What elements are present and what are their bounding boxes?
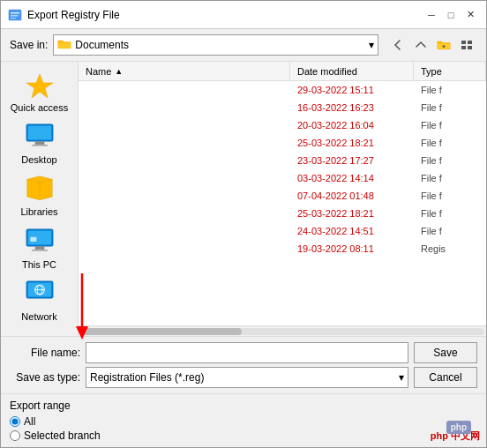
file-date-cell: 25-03-2022 18:21 — [290, 208, 414, 219]
this-pc-label: This PC — [22, 259, 56, 271]
save-as-type-value: Registration Files (*.reg) — [90, 371, 204, 384]
col-header-date[interactable]: Date modified — [290, 62, 414, 80]
file-date-cell: 07-04-2022 01:48 — [290, 190, 414, 201]
svg-rect-13 — [34, 142, 44, 146]
radio-all[interactable] — [10, 416, 20, 427]
dropdown-arrow2-icon: ▾ — [399, 371, 404, 384]
table-row[interactable]: 25-03-2022 18:21 File f — [79, 205, 486, 222]
cancel-button[interactable]: Cancel — [414, 367, 477, 388]
nav-item-this-pc[interactable]: This PC — [4, 222, 75, 274]
close-button[interactable]: ✕ — [461, 6, 479, 24]
radio-selected-row: Selected branch — [10, 429, 477, 442]
table-row[interactable]: 29-03-2022 15:11 File f — [79, 81, 486, 99]
export-range-section: Export range All Selected branch — [1, 393, 486, 447]
file-date-cell: 16-03-2022 16:23 — [290, 102, 414, 113]
svg-rect-12 — [27, 126, 51, 140]
dialog-title: Export Registry File — [27, 9, 120, 21]
folder-icon — [57, 38, 71, 53]
back-button[interactable] — [387, 34, 408, 56]
table-row[interactable]: 07-04-2022 01:48 File f — [79, 187, 486, 205]
main-area: Quick access Desktop — [1, 62, 486, 336]
file-type-cell: File f — [414, 120, 486, 131]
save-in-label: Save in: — [10, 39, 48, 51]
svg-rect-19 — [30, 236, 36, 241]
file-type-cell: File f — [414, 138, 486, 148]
svg-rect-17 — [34, 246, 44, 250]
file-date-cell: 19-03-2022 08:11 — [290, 243, 414, 254]
file-date-cell: 03-03-2022 14:14 — [290, 173, 414, 183]
view-button[interactable] — [456, 34, 477, 56]
svg-rect-8 — [461, 46, 466, 49]
table-row[interactable]: 25-03-2022 18:21 File f — [79, 134, 486, 152]
up-button[interactable] — [410, 34, 431, 56]
save-as-type-label: Save as type: — [10, 371, 80, 384]
svg-rect-9 — [468, 46, 472, 49]
network-label: Network — [21, 311, 56, 323]
svg-marker-10 — [26, 74, 53, 98]
file-type-cell: File f — [414, 102, 486, 113]
file-type-cell: File f — [414, 155, 486, 166]
table-row[interactable]: 03-03-2022 14:14 File f — [79, 169, 486, 187]
libraries-icon — [22, 173, 57, 205]
bottom-area: File name: Save Save as type: Registrati… — [1, 336, 486, 393]
sort-arrow-icon: ▲ — [115, 67, 123, 76]
horizontal-scrollbar[interactable] — [79, 325, 486, 336]
dropdown-arrow-icon: ▾ — [369, 39, 374, 51]
save-in-bar: Save in: Documents ▾ — [1, 29, 486, 62]
nav-item-quick-access[interactable]: Quick access — [4, 65, 75, 117]
maximize-button[interactable]: □ — [442, 6, 460, 24]
col-header-type[interactable]: Type — [414, 62, 486, 80]
file-type-cell: File f — [414, 190, 486, 201]
table-row[interactable]: 24-03-2022 14:51 File f — [79, 222, 486, 240]
file-name-row: File name: Save — [10, 342, 477, 363]
file-name-label: File name: — [10, 347, 80, 359]
table-row[interactable]: 20-03-2022 16:04 File f — [79, 116, 486, 134]
dialog-icon — [8, 8, 22, 22]
right-file-panel: Name ▲ Date modified Type 29-03-2022 15:… — [79, 62, 486, 336]
file-date-cell: 25-03-2022 18:21 — [290, 138, 414, 148]
title-bar: Export Registry File ─ □ ✕ — [1, 1, 486, 29]
quick-access-label: Quick access — [11, 102, 68, 114]
desktop-icon — [22, 121, 57, 153]
table-row[interactable]: 19-03-2022 08:11 Regis — [79, 240, 486, 258]
radio-all-row: All — [10, 415, 477, 428]
save-as-type-row: Save as type: Registration Files (*.reg)… — [10, 367, 477, 388]
desktop-label: Desktop — [21, 154, 56, 166]
watermark-area: php php 中文网 — [431, 429, 480, 443]
radio-selected[interactable] — [10, 430, 20, 441]
file-type-cell: File f — [414, 208, 486, 219]
file-type-cell: Regis — [414, 243, 486, 254]
save-in-value: Documents — [75, 39, 129, 51]
svg-rect-18 — [32, 249, 48, 250]
col-header-name[interactable]: Name ▲ — [79, 62, 290, 80]
svg-rect-6 — [461, 41, 466, 44]
radio-selected-label: Selected branch — [24, 429, 101, 442]
file-name-input[interactable] — [86, 342, 408, 363]
radio-all-label: All — [24, 415, 35, 428]
file-type-cell: File f — [414, 173, 486, 183]
svg-rect-2 — [11, 15, 18, 17]
file-date-cell: 29-03-2022 15:11 — [290, 85, 414, 95]
export-range-title: Export range — [10, 399, 477, 412]
table-row[interactable]: 16-03-2022 16:23 File f — [79, 99, 486, 116]
save-in-dropdown[interactable]: Documents ▾ — [53, 34, 378, 56]
svg-rect-7 — [468, 41, 472, 44]
nav-item-desktop[interactable]: Desktop — [4, 117, 75, 169]
new-folder-button[interactable] — [433, 34, 454, 56]
quick-access-icon — [22, 69, 57, 101]
nav-item-network[interactable]: Network — [4, 274, 75, 326]
nav-item-libraries[interactable]: Libraries — [4, 169, 75, 221]
file-date-cell: 20-03-2022 16:04 — [290, 120, 414, 131]
toolbar-icons — [387, 34, 477, 56]
table-row[interactable]: 23-03-2022 17:27 File f — [79, 152, 486, 169]
svg-rect-3 — [11, 18, 16, 19]
file-list-header: Name ▲ Date modified Type — [79, 62, 486, 81]
php-logo: php — [446, 421, 471, 434]
save-as-type-dropdown[interactable]: Registration Files (*.reg) ▾ — [86, 367, 408, 388]
libraries-label: Libraries — [20, 206, 57, 218]
minimize-button[interactable]: ─ — [423, 6, 440, 24]
save-button[interactable]: Save — [414, 342, 477, 363]
svg-rect-14 — [32, 145, 48, 146]
title-controls: ─ □ ✕ — [423, 6, 479, 24]
this-pc-icon — [22, 226, 57, 258]
